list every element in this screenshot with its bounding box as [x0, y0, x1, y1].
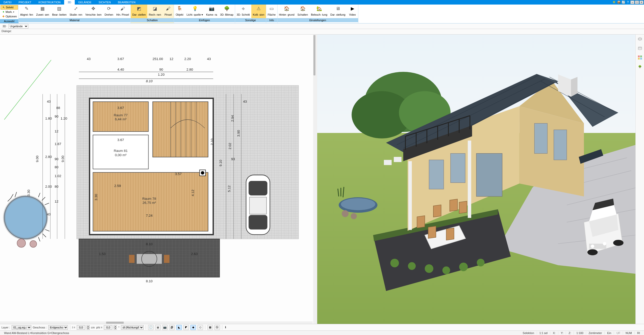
tab-3d[interactable]: 3D: [64, 0, 75, 5]
btn-darstellung[interactable]: 🖥Dar- stellung: [329, 5, 347, 18]
btn-beleuchtung[interactable]: 🏡Beleuch- tung: [309, 5, 329, 18]
svg-rect-170: [638, 48, 642, 50]
status-scale-sel: 1:1 sel: [537, 331, 550, 334]
sync-icon[interactable]: 🔄: [621, 0, 625, 4]
btn-schatten-set[interactable]: 🏠Schatten: [296, 5, 309, 18]
btn-3dbitmap[interactable]: 🌳3D- Bitmap: [219, 5, 235, 18]
btn-drehen[interactable]: ⟳Drehen: [103, 5, 115, 18]
btn-kollision[interactable]: ⚠Kolli- sion: [251, 5, 266, 18]
tool-shade3[interactable]: ◆: [190, 325, 196, 330]
tool-icon[interactable]: 🛠: [612, 0, 616, 4]
svg-rect-43: [249, 181, 267, 195]
svg-rect-30: [136, 254, 162, 264]
svg-rect-155: [446, 228, 454, 240]
rotate-icon: ⟳: [105, 6, 113, 12]
furniture-icon[interactable]: [637, 46, 643, 51]
btn-flaeche[interactable]: ▭Fläche: [266, 5, 277, 18]
tree-tool-icon[interactable]: 🌳: [637, 64, 643, 69]
svg-rect-150: [468, 141, 471, 218]
optionen-button[interactable]: Optionen: [6, 15, 17, 18]
svg-point-114: [341, 198, 375, 210]
eyedropper-icon: ✎: [22, 6, 31, 12]
btn-video[interactable]: ▶Video: [347, 5, 358, 18]
box-icon[interactable]: 📦: [617, 0, 621, 4]
btn-skalieren[interactable]: ⤢Skalie- ren: [68, 5, 84, 18]
btn-3dschnitt[interactable]: ⎆3D- Schnitt: [235, 5, 251, 18]
btn-verschieben[interactable]: ✥Verschie- ben: [84, 5, 103, 18]
layer-label: Layer :: [2, 326, 10, 329]
length-input[interactable]: [77, 325, 85, 330]
tool-monitor[interactable]: 🖥: [155, 325, 161, 330]
scrollbar-horizontal[interactable]: [0, 321, 313, 324]
geschoss-select[interactable]: Erdgeschos: [48, 325, 68, 330]
floorplan-view[interactable]: 3.67 Raum 77 6,44 m² 3.67 Raum 81: [0, 35, 316, 324]
svg-point-164: [613, 240, 623, 246]
tab-datei[interactable]: DATEI: [0, 0, 15, 5]
palette-icon[interactable]: [637, 55, 643, 60]
terrain-select[interactable]: Urgelände: [9, 24, 28, 29]
bottom-toolbar: Layer : 01_ug,eg,og Geschoss : Erdgescho…: [0, 324, 644, 330]
tab-bearbeiten[interactable]: BEARBEITEN: [114, 0, 139, 5]
svg-text:Raum 81: Raum 81: [114, 149, 128, 153]
btn-zuweisen[interactable]: ▦Zuwei- sen: [35, 5, 51, 18]
layer-select[interactable]: 01_ug,eg,og: [12, 325, 31, 330]
svg-text:3.67: 3.67: [117, 138, 124, 142]
tab-projekt[interactable]: PROJEKT: [15, 0, 35, 5]
cursor-icon: ↖: [2, 6, 5, 9]
tab-konstruktion[interactable]: KONSTRUKTION: [35, 0, 64, 5]
svg-rect-171: [638, 47, 642, 48]
phi-down[interactable]: ▼: [114, 327, 117, 330]
btn-darstellen[interactable]: ◩Dar- stellen: [131, 5, 147, 18]
phi-input[interactable]: [104, 325, 112, 330]
tab-sichten[interactable]: SICHTEN: [95, 0, 114, 5]
shadow-house-icon: 🏠: [299, 6, 307, 12]
group-einfuegen: Einfügen: [174, 18, 235, 22]
svg-point-95: [201, 171, 204, 175]
dl-select[interactable]: dl (Richtung/Di: [121, 325, 144, 330]
tool-shade2[interactable]: ◤: [183, 325, 189, 330]
btn-rechnen[interactable]: ◪Rech- nen: [147, 5, 162, 18]
btn-pinsel[interactable]: 🖌Pinsel: [163, 5, 174, 18]
minimize-button[interactable]: –: [630, 1, 634, 4]
tool-shade1[interactable]: ◣: [176, 325, 182, 330]
l-down[interactable]: ▼: [87, 327, 90, 330]
status-ein: Ein: [605, 331, 614, 334]
maximize-button[interactable]: □: [635, 1, 639, 4]
tab-gelaende[interactable]: GELÄNDE: [75, 0, 95, 5]
l-up[interactable]: ▲: [87, 325, 90, 327]
svg-point-107: [390, 259, 399, 267]
svg-text:6,44 m²: 6,44 m²: [115, 117, 127, 121]
mark-button[interactable]: Mark.: [6, 10, 13, 13]
scrollbar-vertical[interactable]: [313, 35, 316, 324]
svg-text:8.10: 8.10: [146, 242, 153, 246]
close-button[interactable]: ×: [639, 1, 643, 4]
help-icon[interactable]: ?: [626, 0, 630, 4]
tool-clock[interactable]: 🕘: [148, 325, 154, 330]
phi-up[interactable]: ▲: [114, 325, 117, 327]
group-material: Material: [19, 18, 131, 22]
monitor-icon: 🖥: [334, 6, 342, 12]
3d-view[interactable]: [317, 35, 636, 324]
btn-bearbeiten[interactable]: ▨Bear- beiten: [51, 5, 68, 18]
svg-text:9.00: 9.00: [61, 156, 65, 162]
tool-info[interactable]: ℹ: [224, 325, 227, 330]
svg-text:1.87: 1.87: [55, 142, 61, 146]
btn-hinpinsel[interactable]: 🖌Hin. Pinsel: [115, 5, 130, 18]
tool-copy[interactable]: 🗐: [169, 325, 175, 330]
tool-north[interactable]: Ⓝ: [214, 325, 220, 330]
svg-text:3.67: 3.67: [117, 106, 124, 110]
btn-kamera[interactable]: 📷Kame- ra: [205, 5, 218, 18]
btn-hintergrund[interactable]: 🏠Hinter- grund: [278, 5, 296, 18]
svg-text:90: 90: [159, 68, 163, 71]
tool-camera2[interactable]: 📷: [162, 325, 168, 330]
selekt-button[interactable]: Selekt: [6, 6, 14, 9]
tool-grid[interactable]: ▦: [207, 325, 213, 330]
status-unit: Zentimeter: [586, 331, 605, 334]
svg-point-116: [351, 213, 357, 219]
btn-lichtquelle[interactable]: 💡Licht- quelle ▾: [185, 5, 205, 18]
status-z: Z:: [566, 331, 574, 334]
layers-icon[interactable]: [637, 37, 643, 42]
tool-shade4[interactable]: ◇: [197, 325, 203, 330]
btn-abgreifen[interactable]: ✎Abgrei- fen: [19, 5, 35, 18]
btn-objekt[interactable]: 🪑Objekt: [174, 5, 185, 18]
